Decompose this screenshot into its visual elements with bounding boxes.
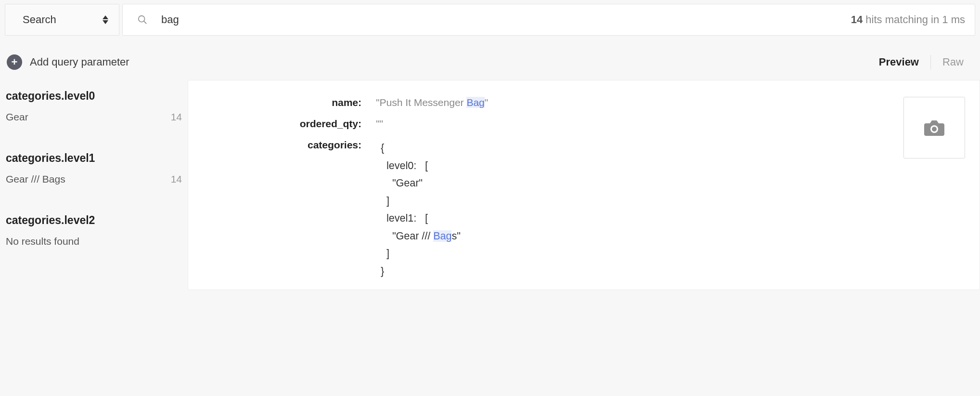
record-key: ordered_qty: [203, 118, 366, 130]
hit-count: 14 [851, 13, 863, 26]
record-key: name: [203, 97, 366, 108]
hit-tail: hits matching in 1 ms [863, 13, 965, 26]
record-object-body: { level0: [ "Gear" ] level1: [ "Gear ///… [381, 139, 461, 280]
plus-icon: + [7, 54, 22, 70]
add-query-parameter-button[interactable]: + Add query parameter [7, 54, 129, 70]
record-key: categories: [203, 139, 366, 151]
facet-item-count: 14 [171, 173, 182, 185]
search-mode-label: Search [23, 13, 56, 26]
facet-title: categories.level2 [6, 214, 182, 227]
code-line: level1: [ [381, 210, 461, 227]
view-toggle-divider [930, 55, 931, 69]
search-mode-select[interactable]: Search [5, 4, 119, 36]
code-line: ] [381, 245, 461, 263]
tab-preview[interactable]: Preview [869, 54, 928, 70]
facet-block: categories.level1 Gear /// Bags 14 [6, 152, 182, 185]
facet-item[interactable]: Gear 14 [6, 111, 182, 123]
result-card: name: "Push It Messenger Bag" ordered_qt… [188, 80, 980, 290]
results-body: categories.level0 Gear 14 categories.lev… [0, 80, 980, 290]
hit-stats: 14 hits matching in 1 ms [841, 13, 965, 26]
facet-item-label: Gear /// Bags [6, 173, 65, 185]
code-line: "Gear" [381, 174, 461, 192]
highlight: Bag [466, 97, 484, 108]
facet-item-label: Gear [6, 111, 28, 123]
facet-title: categories.level1 [6, 152, 182, 165]
facet-block: categories.level0 Gear 14 [6, 90, 182, 123]
highlight: Bag [433, 230, 451, 242]
record-object: { level0: [ "Gear" ] level1: [ "Gear ///… [366, 139, 461, 280]
facet-item-count: 14 [171, 111, 182, 123]
facets-panel: categories.level0 Gear 14 categories.lev… [0, 80, 188, 247]
query-subbar: + Add query parameter Preview Raw [0, 40, 980, 80]
svg-marker-0 [103, 15, 108, 19]
add-query-parameter-label: Add query parameter [30, 56, 129, 68]
record-field-name: name: "Push It Messenger Bag" [203, 97, 889, 108]
code-line: level0: [ [381, 157, 461, 175]
record-value: "Push It Messenger Bag" [366, 97, 488, 108]
search-input[interactable] [161, 13, 841, 26]
record-preview: name: "Push It Messenger Bag" ordered_qt… [203, 97, 889, 280]
collapse-triangle-icon[interactable] [366, 139, 376, 145]
code-line: ] [381, 192, 461, 210]
code-line: { [381, 139, 461, 157]
code-line: "Gear /// Bags" [381, 227, 461, 245]
search-box: 14 hits matching in 1 ms [122, 4, 975, 36]
svg-marker-1 [103, 20, 108, 24]
search-icon [137, 14, 148, 25]
record-field-categories: categories: { level0: [ "Gear" ] level1:… [203, 139, 889, 280]
facet-title: categories.level0 [6, 90, 182, 103]
image-thumbnail[interactable] [903, 97, 965, 158]
facet-empty: No results found [6, 236, 182, 247]
svg-line-3 [144, 21, 147, 24]
facet-block: categories.level2 No results found [6, 214, 182, 247]
code-line: } [381, 263, 461, 280]
camera-icon [923, 119, 945, 137]
svg-point-6 [932, 127, 937, 132]
facet-item[interactable]: Gear /// Bags 14 [6, 173, 182, 185]
tab-raw[interactable]: Raw [933, 54, 973, 70]
record-value: "" [366, 118, 383, 130]
record-field-ordered-qty: ordered_qty: "" [203, 118, 889, 130]
svg-point-2 [139, 16, 145, 22]
sort-updown-icon [103, 15, 108, 24]
search-bar: Search 14 hits matching in 1 ms [0, 0, 980, 40]
view-toggle: Preview Raw [869, 54, 973, 70]
